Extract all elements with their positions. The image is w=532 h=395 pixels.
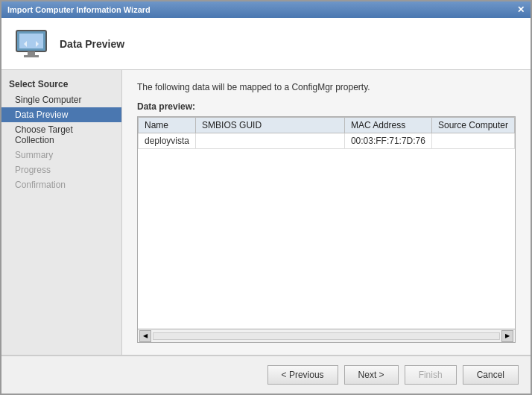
sidebar-item-single-computer[interactable]: Single Computer — [1, 92, 121, 107]
table-header-row: Name SMBIOS GUID MAC Address Source Comp… — [139, 118, 515, 133]
svg-rect-1 — [19, 34, 43, 48]
window-title: Import Computer Information Wizard — [7, 5, 151, 14]
content-description: The following data will be mapped to a C… — [137, 82, 516, 92]
sidebar-item-confirmation: Confirmation — [1, 177, 121, 192]
svg-rect-3 — [24, 55, 39, 57]
scroll-track[interactable] — [153, 332, 500, 340]
close-button[interactable]: ✕ — [517, 5, 525, 14]
sidebar-item-data-preview[interactable]: Data Preview — [1, 107, 121, 122]
scroll-left-arrow[interactable]: ◀ — [139, 330, 151, 342]
wizard-body: Select Source Single Computer Data Previ… — [1, 70, 531, 355]
wizard-icon — [13, 26, 49, 62]
sidebar-item-summary: Summary — [1, 148, 121, 162]
scroll-right-arrow[interactable]: ▶ — [501, 330, 513, 342]
title-bar: Import Computer Information Wizard ✕ — [1, 1, 531, 18]
data-table: Name SMBIOS GUID MAC Address Source Comp… — [138, 117, 515, 149]
wizard-footer: < Previous Next > Finish Cancel — [1, 355, 531, 394]
data-table-container[interactable]: Name SMBIOS GUID MAC Address Source Comp… — [137, 116, 516, 343]
svg-rect-2 — [28, 51, 35, 55]
sidebar-item-choose-target-collection[interactable]: Choose Target Collection — [1, 122, 121, 148]
cell-source — [431, 133, 514, 149]
finish-button: Finish — [405, 365, 457, 385]
wizard-main-content: The following data will be mapped to a C… — [122, 70, 531, 355]
col-header-smbios: SMBIOS GUID — [196, 118, 345, 133]
sidebar-section-select-source: Select Source — [1, 76, 121, 92]
next-button[interactable]: Next > — [344, 365, 399, 385]
sidebar-item-progress: Progress — [1, 162, 121, 177]
col-header-name: Name — [139, 118, 196, 133]
wizard-window: Import Computer Information Wizard ✕ Dat… — [0, 0, 532, 395]
horizontal-scrollbar[interactable]: ◀ ▶ — [138, 329, 515, 342]
col-header-source: Source Computer — [431, 118, 514, 133]
cell-name: deployvista — [139, 133, 196, 149]
col-header-mac: MAC Address — [344, 118, 431, 133]
data-preview-label: Data preview: — [137, 101, 516, 112]
cell-mac: 00:03:FF:71:7D:76 — [344, 133, 431, 149]
wizard-step-title: Data Preview — [60, 38, 124, 50]
cancel-button[interactable]: Cancel — [463, 365, 519, 385]
previous-button[interactable]: < Previous — [267, 365, 338, 385]
wizard-sidebar: Select Source Single Computer Data Previ… — [1, 70, 122, 355]
table-row[interactable]: deployvista 00:03:FF:71:7D:76 — [139, 133, 515, 149]
cell-smbios — [196, 133, 345, 149]
computer-icon — [13, 26, 49, 62]
wizard-header: Data Preview — [1, 18, 531, 70]
